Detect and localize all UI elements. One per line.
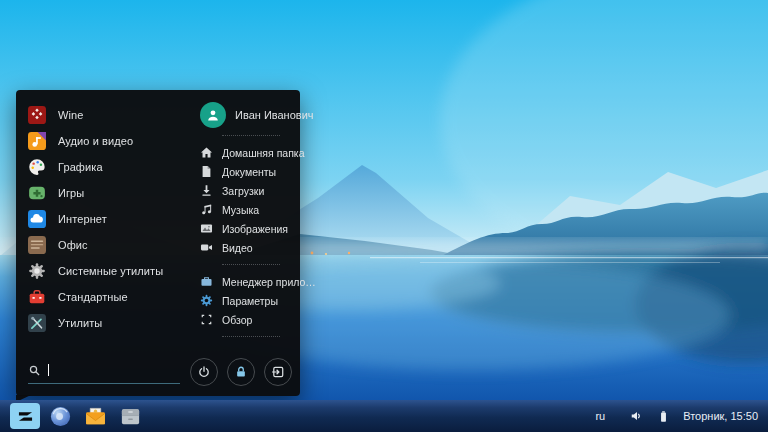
menu-item-home[interactable]: Домашняя папка	[200, 143, 300, 162]
volume-icon[interactable]	[630, 409, 644, 423]
text-caret	[48, 364, 49, 376]
zorin-menu-button[interactable]	[10, 403, 40, 429]
category-label: Аудио и видео	[58, 135, 133, 147]
home-icon	[200, 146, 213, 159]
menu-item-overview[interactable]: Обзор	[200, 310, 300, 329]
menu-item-label: Музыка	[222, 204, 259, 216]
software-manager-icon	[200, 275, 213, 288]
menu-item-label: Изображения	[222, 223, 288, 235]
menu-item-label: Видео	[222, 242, 253, 254]
menu-item-label: Домашняя папка	[222, 147, 305, 159]
user-account-item[interactable]: Иван Иванович	[200, 102, 300, 128]
taskbar-status-area: ru Вторник, 15:50	[595, 409, 758, 423]
lock-icon	[234, 365, 248, 379]
menu-item-label: Загрузки	[222, 185, 264, 197]
menu-category-office[interactable]: Офис	[28, 232, 196, 258]
logout-icon	[271, 365, 285, 379]
graphics-icon	[28, 158, 46, 176]
clock[interactable]: Вторник, 15:50	[683, 410, 758, 422]
menu-item-label: Обзор	[222, 314, 252, 326]
browser-launcher[interactable]	[45, 403, 75, 429]
menu-item-music[interactable]: Музыка	[200, 200, 300, 219]
download-icon	[200, 184, 213, 197]
actions-list: Менеджер прило… Параметры	[200, 272, 300, 329]
utilities-icon	[28, 314, 46, 332]
category-label: Игры	[58, 187, 84, 199]
category-label: Системные утилиты	[58, 265, 163, 277]
session-buttons	[190, 358, 292, 386]
search-field[interactable]	[28, 363, 180, 384]
category-label: Офис	[58, 239, 88, 251]
menu-item-pictures[interactable]: Изображения	[200, 219, 300, 238]
menu-divider	[222, 135, 280, 136]
app-menu-panel: Wine Аудио и видео Графика	[16, 90, 300, 396]
power-button[interactable]	[190, 358, 218, 386]
user-avatar-icon	[200, 102, 226, 128]
battery-icon[interactable]	[657, 410, 670, 423]
taskbar: ru Вторник, 15:50	[0, 400, 768, 432]
games-icon	[28, 184, 46, 202]
browser-icon	[49, 405, 72, 428]
power-icon	[197, 365, 211, 379]
menu-item-settings[interactable]: Параметры	[200, 291, 300, 310]
category-label: Стандартные	[58, 291, 128, 303]
menu-item-software-manager[interactable]: Менеджер прило…	[200, 272, 300, 291]
video-icon	[200, 241, 213, 254]
logout-button[interactable]	[264, 358, 292, 386]
image-icon	[200, 222, 213, 235]
document-icon	[200, 165, 213, 178]
search-icon	[28, 364, 41, 377]
menu-category-internet[interactable]: Интернет	[28, 206, 196, 232]
wine-icon	[28, 106, 46, 124]
menu-category-games[interactable]: Игры	[28, 180, 196, 206]
taskbar-app-list	[10, 403, 145, 429]
lock-button[interactable]	[227, 358, 255, 386]
audio-video-icon	[28, 132, 46, 150]
overview-icon	[200, 313, 213, 326]
desktop: Wine Аудио и видео Графика	[0, 0, 768, 432]
category-label: Интернет	[58, 213, 107, 225]
file-manager-launcher[interactable]	[115, 403, 145, 429]
menu-category-utilities[interactable]: Утилиты	[28, 310, 196, 336]
accessories-icon	[28, 288, 46, 306]
music-icon	[200, 203, 213, 216]
menu-item-label: Параметры	[222, 295, 278, 307]
category-label: Wine	[58, 109, 83, 121]
search-input[interactable]	[56, 363, 180, 377]
zorin-menu-icon	[17, 408, 34, 425]
menu-item-videos[interactable]: Видео	[200, 238, 300, 257]
user-name: Иван Иванович	[235, 109, 314, 121]
menu-item-label: Документы	[222, 166, 276, 178]
mail-launcher[interactable]	[80, 403, 110, 429]
menu-right-column: Иван Иванович Домашняя папка Документы	[200, 102, 300, 344]
category-label: Графика	[58, 161, 103, 173]
keyboard-layout-indicator[interactable]: ru	[595, 410, 605, 422]
menu-category-graphics[interactable]: Графика	[28, 154, 196, 180]
menu-item-label: Менеджер прило…	[222, 276, 316, 288]
settings-gear-icon	[200, 294, 213, 307]
menu-category-wine[interactable]: Wine	[28, 102, 196, 128]
menu-divider	[222, 264, 280, 265]
mail-icon	[84, 405, 107, 428]
menu-item-downloads[interactable]: Загрузки	[200, 181, 300, 200]
places-list: Домашняя папка Документы Загрузки	[200, 143, 300, 257]
menu-divider	[222, 336, 280, 337]
menu-category-system-utilities[interactable]: Системные утилиты	[28, 258, 196, 284]
menu-category-accessories[interactable]: Стандартные	[28, 284, 196, 310]
office-icon	[28, 236, 46, 254]
internet-icon	[28, 210, 46, 228]
menu-item-documents[interactable]: Документы	[200, 162, 300, 181]
system-utilities-icon	[28, 262, 46, 280]
category-label: Утилиты	[58, 317, 102, 329]
menu-category-audio-video[interactable]: Аудио и видео	[28, 128, 196, 154]
file-manager-icon	[119, 405, 142, 428]
category-list: Wine Аудио и видео Графика	[28, 102, 196, 336]
